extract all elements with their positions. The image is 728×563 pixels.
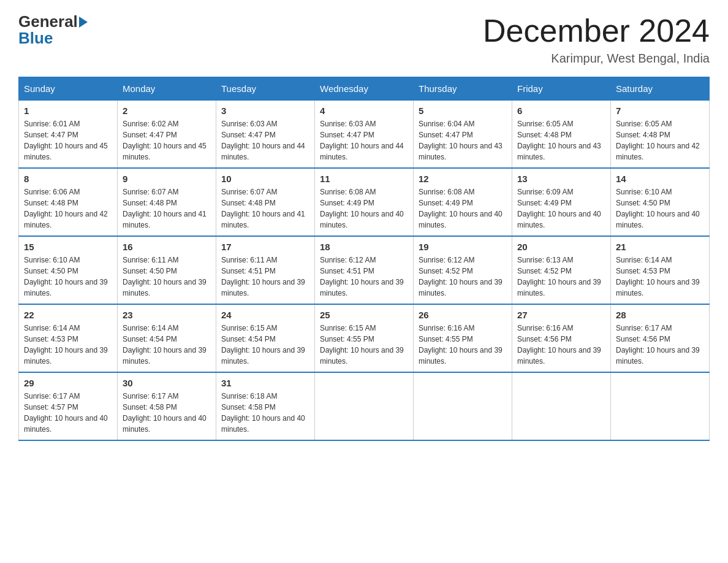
day-info: Sunrise: 6:01 AMSunset: 4:47 PMDaylight:… (24, 118, 112, 163)
calendar-cell: 26Sunrise: 6:16 AMSunset: 4:55 PMDayligh… (414, 304, 512, 372)
day-number: 17 (221, 242, 309, 252)
day-number: 11 (320, 174, 408, 184)
calendar-cell (315, 372, 414, 440)
calendar-table: SundayMondayTuesdayWednesdayThursdayFrid… (18, 77, 710, 441)
weekday-header-wednesday: Wednesday (315, 77, 414, 101)
calendar-week-row: 22Sunrise: 6:14 AMSunset: 4:53 PMDayligh… (19, 304, 710, 372)
day-number: 12 (419, 174, 507, 184)
calendar-cell: 18Sunrise: 6:12 AMSunset: 4:51 PMDayligh… (315, 236, 414, 304)
day-number: 26 (419, 310, 507, 320)
day-number: 19 (419, 242, 507, 252)
day-number: 28 (616, 310, 704, 320)
calendar-cell: 5Sunrise: 6:04 AMSunset: 4:47 PMDaylight… (414, 101, 512, 169)
day-info: Sunrise: 6:11 AMSunset: 4:51 PMDaylight:… (221, 255, 309, 299)
day-info: Sunrise: 6:06 AMSunset: 4:48 PMDaylight:… (24, 186, 112, 231)
day-info: Sunrise: 6:05 AMSunset: 4:48 PMDaylight:… (517, 118, 605, 163)
day-number: 22 (24, 310, 112, 320)
logo-blue: Blue (18, 29, 53, 48)
day-info: Sunrise: 6:16 AMSunset: 4:55 PMDaylight:… (419, 323, 507, 367)
day-info: Sunrise: 6:03 AMSunset: 4:47 PMDaylight:… (320, 118, 408, 163)
calendar-cell: 9Sunrise: 6:07 AMSunset: 4:48 PMDaylight… (118, 168, 216, 236)
calendar-cell: 10Sunrise: 6:07 AMSunset: 4:48 PMDayligh… (216, 168, 315, 236)
day-number: 15 (24, 242, 112, 252)
day-info: Sunrise: 6:08 AMSunset: 4:49 PMDaylight:… (419, 186, 507, 231)
calendar-cell: 13Sunrise: 6:09 AMSunset: 4:49 PMDayligh… (512, 168, 611, 236)
day-number: 27 (517, 310, 605, 320)
day-info: Sunrise: 6:12 AMSunset: 4:51 PMDaylight:… (320, 255, 408, 299)
day-info: Sunrise: 6:17 AMSunset: 4:58 PMDaylight:… (123, 391, 211, 435)
day-number: 9 (123, 174, 211, 184)
day-info: Sunrise: 6:07 AMSunset: 4:48 PMDaylight:… (123, 186, 211, 231)
calendar-cell: 20Sunrise: 6:13 AMSunset: 4:52 PMDayligh… (512, 236, 611, 304)
calendar-cell (414, 372, 512, 440)
day-info: Sunrise: 6:14 AMSunset: 4:53 PMDaylight:… (616, 255, 704, 299)
day-number: 16 (123, 242, 211, 252)
calendar-cell: 1Sunrise: 6:01 AMSunset: 4:47 PMDaylight… (19, 101, 118, 169)
calendar-cell: 11Sunrise: 6:08 AMSunset: 4:49 PMDayligh… (315, 168, 414, 236)
day-number: 21 (616, 242, 704, 252)
month-title: December 2024 (483, 12, 710, 49)
day-number: 14 (616, 174, 704, 184)
day-number: 2 (123, 105, 211, 116)
calendar-cell: 8Sunrise: 6:06 AMSunset: 4:48 PMDaylight… (19, 168, 118, 236)
calendar-cell: 22Sunrise: 6:14 AMSunset: 4:53 PMDayligh… (19, 304, 118, 372)
calendar-cell: 25Sunrise: 6:15 AMSunset: 4:55 PMDayligh… (315, 304, 414, 372)
logo-arrow-icon (79, 17, 88, 28)
day-number: 8 (24, 174, 112, 184)
calendar-cell: 15Sunrise: 6:10 AMSunset: 4:50 PMDayligh… (19, 236, 118, 304)
calendar-cell: 27Sunrise: 6:16 AMSunset: 4:56 PMDayligh… (512, 304, 611, 372)
day-number: 18 (320, 242, 408, 252)
day-info: Sunrise: 6:05 AMSunset: 4:48 PMDaylight:… (616, 118, 704, 163)
day-info: Sunrise: 6:13 AMSunset: 4:52 PMDaylight:… (517, 255, 605, 299)
day-info: Sunrise: 6:09 AMSunset: 4:49 PMDaylight:… (517, 186, 605, 231)
calendar-body: 1Sunrise: 6:01 AMSunset: 4:47 PMDaylight… (19, 101, 710, 441)
weekday-header-saturday: Saturday (611, 77, 710, 101)
day-info: Sunrise: 6:16 AMSunset: 4:56 PMDaylight:… (517, 323, 605, 367)
weekday-header-monday: Monday (118, 77, 216, 101)
weekday-header-row: SundayMondayTuesdayWednesdayThursdayFrid… (19, 77, 710, 101)
day-info: Sunrise: 6:14 AMSunset: 4:53 PMDaylight:… (24, 323, 112, 367)
day-info: Sunrise: 6:04 AMSunset: 4:47 PMDaylight:… (419, 118, 507, 163)
calendar-cell: 31Sunrise: 6:18 AMSunset: 4:58 PMDayligh… (216, 372, 315, 440)
day-info: Sunrise: 6:18 AMSunset: 4:58 PMDaylight:… (221, 391, 309, 435)
calendar-cell: 28Sunrise: 6:17 AMSunset: 4:56 PMDayligh… (611, 304, 710, 372)
calendar-cell: 14Sunrise: 6:10 AMSunset: 4:50 PMDayligh… (611, 168, 710, 236)
day-info: Sunrise: 6:10 AMSunset: 4:50 PMDaylight:… (616, 186, 704, 231)
calendar-week-row: 8Sunrise: 6:06 AMSunset: 4:48 PMDaylight… (19, 168, 710, 236)
weekday-header-thursday: Thursday (414, 77, 512, 101)
day-info: Sunrise: 6:02 AMSunset: 4:47 PMDaylight:… (123, 118, 211, 163)
weekday-header-sunday: Sunday (19, 77, 118, 101)
calendar-cell: 24Sunrise: 6:15 AMSunset: 4:54 PMDayligh… (216, 304, 315, 372)
day-info: Sunrise: 6:08 AMSunset: 4:49 PMDaylight:… (320, 186, 408, 231)
calendar-cell: 30Sunrise: 6:17 AMSunset: 4:58 PMDayligh… (118, 372, 216, 440)
calendar-week-row: 1Sunrise: 6:01 AMSunset: 4:47 PMDaylight… (19, 101, 710, 169)
calendar-cell: 29Sunrise: 6:17 AMSunset: 4:57 PMDayligh… (19, 372, 118, 440)
day-number: 20 (517, 242, 605, 252)
day-number: 23 (123, 310, 211, 320)
calendar-cell: 7Sunrise: 6:05 AMSunset: 4:48 PMDaylight… (611, 101, 710, 169)
calendar-cell: 23Sunrise: 6:14 AMSunset: 4:54 PMDayligh… (118, 304, 216, 372)
day-info: Sunrise: 6:15 AMSunset: 4:54 PMDaylight:… (221, 323, 309, 367)
day-info: Sunrise: 6:17 AMSunset: 4:56 PMDaylight:… (616, 323, 704, 367)
day-number: 25 (320, 310, 408, 320)
calendar-cell: 17Sunrise: 6:11 AMSunset: 4:51 PMDayligh… (216, 236, 315, 304)
day-number: 7 (616, 105, 704, 116)
day-number: 3 (221, 105, 309, 116)
weekday-header-tuesday: Tuesday (216, 77, 315, 101)
calendar-cell (611, 372, 710, 440)
calendar-cell: 6Sunrise: 6:05 AMSunset: 4:48 PMDaylight… (512, 101, 611, 169)
calendar-cell: 19Sunrise: 6:12 AMSunset: 4:52 PMDayligh… (414, 236, 512, 304)
day-info: Sunrise: 6:11 AMSunset: 4:50 PMDaylight:… (123, 255, 211, 299)
day-info: Sunrise: 6:07 AMSunset: 4:48 PMDaylight:… (221, 186, 309, 231)
day-number: 10 (221, 174, 309, 184)
day-number: 5 (419, 105, 507, 116)
day-number: 4 (320, 105, 408, 116)
day-info: Sunrise: 6:17 AMSunset: 4:57 PMDaylight:… (24, 391, 112, 435)
day-info: Sunrise: 6:03 AMSunset: 4:47 PMDaylight:… (221, 118, 309, 163)
logo: General Blue (18, 12, 89, 48)
day-number: 31 (221, 378, 309, 388)
title-area: December 2024 Karimpur, West Bengal, Ind… (483, 12, 710, 66)
calendar-cell (512, 372, 611, 440)
calendar-cell: 12Sunrise: 6:08 AMSunset: 4:49 PMDayligh… (414, 168, 512, 236)
calendar-week-row: 15Sunrise: 6:10 AMSunset: 4:50 PMDayligh… (19, 236, 710, 304)
